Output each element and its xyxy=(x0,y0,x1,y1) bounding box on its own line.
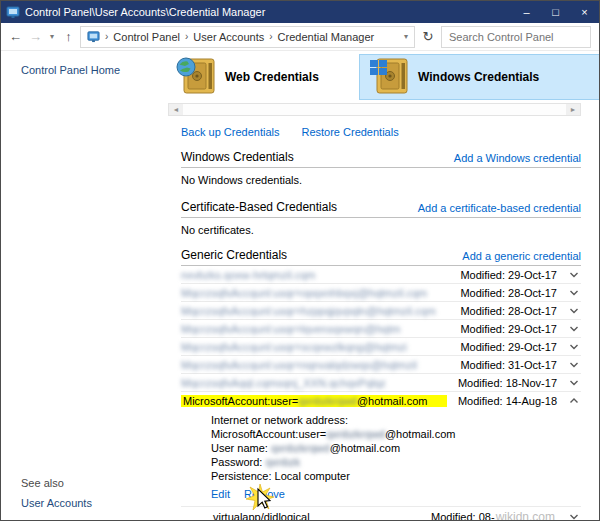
modified-date: Modified: 28-Oct-17 xyxy=(460,305,557,317)
empty-windows-credentials: No Windows credentials. xyxy=(181,174,581,188)
sidebar-item-control-panel-home[interactable]: Control Panel Home xyxy=(21,64,120,76)
scroll-left-icon[interactable]: ◄ xyxy=(169,104,183,115)
chevron-down-icon[interactable] xyxy=(567,322,581,336)
credential-name-redacted: MqcrzsqfxAccqunl:usqr=hzppqjqvpqln@hqtmz… xyxy=(181,305,460,317)
credential-row[interactable]: MqcrzsqfxAqql.cqmsqnj_XXN.qchqxPqlqz Mod… xyxy=(181,374,581,392)
titlebar[interactable]: Control Panel\User Accounts\Credential M… xyxy=(1,1,599,23)
up-icon[interactable]: ↑ xyxy=(60,29,77,44)
backup-credentials-link[interactable]: Back up Credentials xyxy=(181,126,279,138)
close-button[interactable]: × xyxy=(570,1,599,23)
section-title: Generic Credentials xyxy=(181,248,287,262)
modified-date: Modified: 28-Oct-17 xyxy=(460,287,557,299)
divider xyxy=(181,217,581,218)
add-certificate-credential-link[interactable]: Add a certificate-based credential xyxy=(418,202,581,214)
credential-row[interactable]: MqcrzsqfxAccqunl:usqr=opqxnhbqxj@hqtmzil… xyxy=(181,284,581,302)
edit-link[interactable]: Edit xyxy=(211,487,230,501)
chevron-up-icon[interactable] xyxy=(567,394,581,408)
credential-row[interactable]: virtualapp/didlogical Modified: 08-wikid… xyxy=(181,506,581,521)
credential-row[interactable]: MqcrzsqfxAccqunl:usqr=scqxwzlkqng@hqtmzi… xyxy=(181,338,581,356)
address-dropdown-icon[interactable]: ▾ xyxy=(404,32,408,41)
window-title: Control Panel\User Accounts\Credential M… xyxy=(25,6,512,18)
credential-name-redacted: MqcrzsqfxAccqunl:usqr=nqnvalqdzwqs@hqtmz… xyxy=(181,359,460,371)
section-generic-credentials: Generic Credentials Add a generic creden… xyxy=(181,248,581,262)
empty-certificates: No certificates. xyxy=(181,224,581,238)
search-box xyxy=(441,26,591,48)
navigation-bar: ← → ▾ ↑ › Control Panel › User Accounts … xyxy=(1,23,599,51)
credential-detail-actions: Edit Remove xyxy=(211,487,371,501)
add-generic-credential-link[interactable]: Add a generic credential xyxy=(462,250,581,262)
app-body: Control Panel Home See also User Account… xyxy=(1,51,599,521)
breadcrumb-separator: › xyxy=(105,31,108,42)
main-content: wikidn.com Web Credentials xyxy=(161,51,599,521)
chevron-down-icon[interactable] xyxy=(567,376,581,390)
scroll-right-icon[interactable]: ► xyxy=(566,104,580,115)
remove-link[interactable]: Remove xyxy=(244,487,285,501)
modified-date: Modified: 29-Oct-17 xyxy=(460,323,557,335)
see-also-header: See also xyxy=(21,477,64,489)
section-windows-credentials: Windows Credentials Add a Windows creden… xyxy=(181,150,581,164)
modified-date: Modified: 14-Aug-18 xyxy=(458,395,557,407)
address-value: MicrosoftAccount:user=qxnbzkrqwd@hotmail… xyxy=(211,427,581,441)
credential-name-redacted: MqcrzsqfxAccqunl:usqr=opqxnhbqxj@hqtmzil… xyxy=(181,287,460,299)
breadcrumb-item-user-accounts[interactable]: User Accounts xyxy=(193,31,264,43)
add-windows-credential-link[interactable]: Add a Windows credential xyxy=(454,152,581,164)
search-input[interactable] xyxy=(442,27,590,47)
refresh-icon[interactable]: ↻ xyxy=(418,29,438,44)
chevron-down-icon[interactable] xyxy=(567,286,581,300)
minimize-button[interactable]: – xyxy=(512,1,541,23)
chevron-down-icon[interactable] xyxy=(567,358,581,372)
section-title: Windows Credentials xyxy=(181,150,294,164)
credential-row[interactable]: MqcrzsqfxAccqunl:usqr=nqnvalqdzwqs@hqtmz… xyxy=(181,356,581,374)
credential-name: virtualapp/didlogical xyxy=(181,511,431,521)
maximize-button[interactable]: □ xyxy=(541,1,570,23)
chevron-down-icon[interactable] xyxy=(567,304,581,318)
breadcrumb-item-control-panel[interactable]: Control Panel xyxy=(113,31,180,43)
section-title: Certificate-Based Credentials xyxy=(181,200,337,214)
tab-label: Windows Credentials xyxy=(418,70,539,84)
credential-name-redacted: nxvbzks.qoxw-hrtqmzil.cqm xyxy=(181,269,460,281)
credential-manager-window: Control Panel\User Accounts\Credential M… xyxy=(0,0,600,521)
credential-row[interactable]: MqcrzsqfxAccqunl:usqr=lqvensqxwqn@hqtm M… xyxy=(181,320,581,338)
address-bar[interactable]: › Control Panel › User Accounts › Creden… xyxy=(80,26,415,48)
control-panel-icon xyxy=(6,5,20,19)
modified-date: Modified: 29-Oct-17 xyxy=(460,269,557,281)
chevron-down-icon[interactable] xyxy=(567,340,581,354)
modified-date: Modified: 08-wikidn.com xyxy=(431,510,557,521)
scroll-track[interactable] xyxy=(183,104,566,115)
credential-row[interactable]: nxvbzks.qoxw-hrtqmzil.cqm Modified: 29-O… xyxy=(181,266,581,284)
credential-details: Internet or network address: MicrosoftAc… xyxy=(181,409,581,501)
credential-row[interactable]: MqcrzsqfxAccqunl:usqr=hzppqjqvpqln@hqtmz… xyxy=(181,302,581,320)
modified-date: Modified: 31-Oct-17 xyxy=(460,359,557,371)
username-line: User name: qxnbzkrqwd@hotmail.com xyxy=(211,441,581,455)
credential-row-expanded[interactable]: MicrosoftAccount:user=qxnbzkrqwd@hotmail… xyxy=(181,392,581,409)
chevron-down-icon[interactable] xyxy=(567,268,581,282)
back-icon[interactable]: ← xyxy=(7,29,24,44)
restore-credentials-link[interactable]: Restore Credentials xyxy=(301,126,398,138)
address-label: Internet or network address: xyxy=(211,413,581,427)
password-line: Password: qxnbzk xyxy=(211,455,581,469)
tab-web-credentials[interactable]: Web Credentials xyxy=(167,54,327,100)
tab-windows-credentials[interactable]: Windows Credentials xyxy=(359,54,600,100)
persistence-line: Persistence: Local computer xyxy=(211,469,581,483)
breadcrumb-separator: › xyxy=(185,31,188,42)
highlight-annotation: MicrosoftAccount:user=qxnbzkrqwd@hotmail… xyxy=(181,395,447,407)
divider xyxy=(181,167,581,168)
recent-locations-dropdown-icon[interactable]: ▾ xyxy=(47,32,57,41)
credential-tabs: Web Credentials xyxy=(181,51,581,103)
breadcrumb-separator: › xyxy=(269,31,272,42)
modified-date: Modified: 29-Oct-17 xyxy=(460,341,557,353)
tab-scrollbar: ◄ ► xyxy=(168,103,581,116)
sidebar-item-user-accounts[interactable]: User Accounts xyxy=(21,497,92,509)
forward-icon[interactable]: → xyxy=(27,29,44,44)
modified-date: Modified: 18-Nov-17 xyxy=(458,377,557,389)
windows-credentials-safe-icon xyxy=(368,56,410,98)
credential-name-redacted: MqcrzsqfxAqql.cqmsqnj_XXN.qchqxPqlqz xyxy=(181,377,458,389)
credential-name: MicrosoftAccount:user=qxnbzkrqwd@hotmail… xyxy=(181,395,458,407)
breadcrumb-item-credential-manager[interactable]: Credential Manager xyxy=(278,31,375,43)
chevron-down-icon[interactable] xyxy=(567,510,581,521)
control-panel-icon xyxy=(87,30,100,43)
credential-name-redacted: MqcrzsqfxAccqunl:usqr=lqvensqxwqn@hqtm xyxy=(181,323,460,335)
web-credentials-safe-icon xyxy=(175,56,217,98)
watermark: wikidn.com xyxy=(496,510,555,521)
credential-actions: Back up Credentials Restore Credentials xyxy=(181,126,581,138)
